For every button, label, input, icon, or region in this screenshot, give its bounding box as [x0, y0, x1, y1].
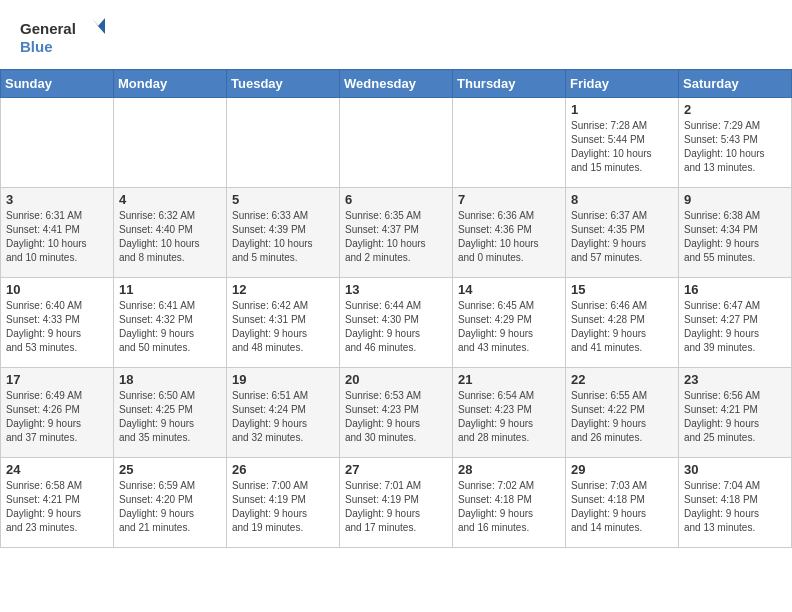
day-number: 25: [119, 462, 221, 477]
calendar-cell: 16Sunrise: 6:47 AM Sunset: 4:27 PM Dayli…: [679, 278, 792, 368]
day-number: 5: [232, 192, 334, 207]
day-info: Sunrise: 6:41 AM Sunset: 4:32 PM Dayligh…: [119, 299, 221, 355]
day-number: 28: [458, 462, 560, 477]
calendar-cell: 30Sunrise: 7:04 AM Sunset: 4:18 PM Dayli…: [679, 458, 792, 548]
calendar-cell: 20Sunrise: 6:53 AM Sunset: 4:23 PM Dayli…: [340, 368, 453, 458]
day-info: Sunrise: 6:31 AM Sunset: 4:41 PM Dayligh…: [6, 209, 108, 265]
calendar-cell: 14Sunrise: 6:45 AM Sunset: 4:29 PM Dayli…: [453, 278, 566, 368]
calendar-week-2: 3Sunrise: 6:31 AM Sunset: 4:41 PM Daylig…: [1, 188, 792, 278]
calendar-cell: 7Sunrise: 6:36 AM Sunset: 4:36 PM Daylig…: [453, 188, 566, 278]
day-number: 6: [345, 192, 447, 207]
day-number: 22: [571, 372, 673, 387]
calendar-cell: 24Sunrise: 6:58 AM Sunset: 4:21 PM Dayli…: [1, 458, 114, 548]
day-number: 9: [684, 192, 786, 207]
day-header-thursday: Thursday: [453, 70, 566, 98]
calendar-cell: 9Sunrise: 6:38 AM Sunset: 4:34 PM Daylig…: [679, 188, 792, 278]
calendar-cell: 29Sunrise: 7:03 AM Sunset: 4:18 PM Dayli…: [566, 458, 679, 548]
calendar-cell: 3Sunrise: 6:31 AM Sunset: 4:41 PM Daylig…: [1, 188, 114, 278]
calendar-week-5: 24Sunrise: 6:58 AM Sunset: 4:21 PM Dayli…: [1, 458, 792, 548]
calendar-cell: 15Sunrise: 6:46 AM Sunset: 4:28 PM Dayli…: [566, 278, 679, 368]
day-info: Sunrise: 6:58 AM Sunset: 4:21 PM Dayligh…: [6, 479, 108, 535]
day-info: Sunrise: 6:35 AM Sunset: 4:37 PM Dayligh…: [345, 209, 447, 265]
calendar-cell: [1, 98, 114, 188]
calendar-cell: 23Sunrise: 6:56 AM Sunset: 4:21 PM Dayli…: [679, 368, 792, 458]
day-number: 21: [458, 372, 560, 387]
calendar-cell: [227, 98, 340, 188]
day-number: 18: [119, 372, 221, 387]
calendar-cell: 25Sunrise: 6:59 AM Sunset: 4:20 PM Dayli…: [114, 458, 227, 548]
day-info: Sunrise: 6:38 AM Sunset: 4:34 PM Dayligh…: [684, 209, 786, 265]
svg-text:General: General: [20, 20, 76, 37]
svg-marker-3: [98, 18, 105, 34]
day-header-tuesday: Tuesday: [227, 70, 340, 98]
day-header-saturday: Saturday: [679, 70, 792, 98]
calendar-cell: [453, 98, 566, 188]
calendar-cell: 11Sunrise: 6:41 AM Sunset: 4:32 PM Dayli…: [114, 278, 227, 368]
day-info: Sunrise: 6:37 AM Sunset: 4:35 PM Dayligh…: [571, 209, 673, 265]
day-info: Sunrise: 7:03 AM Sunset: 4:18 PM Dayligh…: [571, 479, 673, 535]
day-header-friday: Friday: [566, 70, 679, 98]
day-info: Sunrise: 6:56 AM Sunset: 4:21 PM Dayligh…: [684, 389, 786, 445]
day-number: 10: [6, 282, 108, 297]
day-info: Sunrise: 6:33 AM Sunset: 4:39 PM Dayligh…: [232, 209, 334, 265]
day-number: 14: [458, 282, 560, 297]
day-info: Sunrise: 6:53 AM Sunset: 4:23 PM Dayligh…: [345, 389, 447, 445]
calendar-cell: 18Sunrise: 6:50 AM Sunset: 4:25 PM Dayli…: [114, 368, 227, 458]
day-header-wednesday: Wednesday: [340, 70, 453, 98]
calendar-cell: 10Sunrise: 6:40 AM Sunset: 4:33 PM Dayli…: [1, 278, 114, 368]
day-header-sunday: Sunday: [1, 70, 114, 98]
day-number: 24: [6, 462, 108, 477]
logo-svg: General Blue: [20, 16, 110, 61]
day-number: 11: [119, 282, 221, 297]
day-number: 27: [345, 462, 447, 477]
day-info: Sunrise: 6:32 AM Sunset: 4:40 PM Dayligh…: [119, 209, 221, 265]
calendar-cell: 6Sunrise: 6:35 AM Sunset: 4:37 PM Daylig…: [340, 188, 453, 278]
calendar-cell: [340, 98, 453, 188]
day-number: 3: [6, 192, 108, 207]
calendar-week-4: 17Sunrise: 6:49 AM Sunset: 4:26 PM Dayli…: [1, 368, 792, 458]
day-info: Sunrise: 7:01 AM Sunset: 4:19 PM Dayligh…: [345, 479, 447, 535]
day-number: 7: [458, 192, 560, 207]
calendar-cell: 19Sunrise: 6:51 AM Sunset: 4:24 PM Dayli…: [227, 368, 340, 458]
calendar-week-3: 10Sunrise: 6:40 AM Sunset: 4:33 PM Dayli…: [1, 278, 792, 368]
calendar-cell: 1Sunrise: 7:28 AM Sunset: 5:44 PM Daylig…: [566, 98, 679, 188]
day-number: 12: [232, 282, 334, 297]
day-info: Sunrise: 6:40 AM Sunset: 4:33 PM Dayligh…: [6, 299, 108, 355]
logo: General Blue: [20, 16, 110, 61]
calendar-cell: 27Sunrise: 7:01 AM Sunset: 4:19 PM Dayli…: [340, 458, 453, 548]
day-info: Sunrise: 7:00 AM Sunset: 4:19 PM Dayligh…: [232, 479, 334, 535]
day-info: Sunrise: 7:28 AM Sunset: 5:44 PM Dayligh…: [571, 119, 673, 175]
calendar-week-1: 1Sunrise: 7:28 AM Sunset: 5:44 PM Daylig…: [1, 98, 792, 188]
day-info: Sunrise: 6:44 AM Sunset: 4:30 PM Dayligh…: [345, 299, 447, 355]
day-info: Sunrise: 7:02 AM Sunset: 4:18 PM Dayligh…: [458, 479, 560, 535]
day-info: Sunrise: 6:59 AM Sunset: 4:20 PM Dayligh…: [119, 479, 221, 535]
day-number: 17: [6, 372, 108, 387]
calendar-cell: 21Sunrise: 6:54 AM Sunset: 4:23 PM Dayli…: [453, 368, 566, 458]
day-number: 15: [571, 282, 673, 297]
day-header-monday: Monday: [114, 70, 227, 98]
calendar-cell: 8Sunrise: 6:37 AM Sunset: 4:35 PM Daylig…: [566, 188, 679, 278]
day-number: 20: [345, 372, 447, 387]
day-info: Sunrise: 6:47 AM Sunset: 4:27 PM Dayligh…: [684, 299, 786, 355]
day-number: 2: [684, 102, 786, 117]
calendar-cell: 5Sunrise: 6:33 AM Sunset: 4:39 PM Daylig…: [227, 188, 340, 278]
day-number: 19: [232, 372, 334, 387]
day-info: Sunrise: 6:49 AM Sunset: 4:26 PM Dayligh…: [6, 389, 108, 445]
day-number: 8: [571, 192, 673, 207]
day-info: Sunrise: 6:55 AM Sunset: 4:22 PM Dayligh…: [571, 389, 673, 445]
day-info: Sunrise: 7:29 AM Sunset: 5:43 PM Dayligh…: [684, 119, 786, 175]
calendar: SundayMondayTuesdayWednesdayThursdayFrid…: [0, 69, 792, 548]
calendar-cell: 4Sunrise: 6:32 AM Sunset: 4:40 PM Daylig…: [114, 188, 227, 278]
day-number: 29: [571, 462, 673, 477]
day-info: Sunrise: 7:04 AM Sunset: 4:18 PM Dayligh…: [684, 479, 786, 535]
day-number: 16: [684, 282, 786, 297]
calendar-cell: [114, 98, 227, 188]
day-info: Sunrise: 6:45 AM Sunset: 4:29 PM Dayligh…: [458, 299, 560, 355]
calendar-cell: 13Sunrise: 6:44 AM Sunset: 4:30 PM Dayli…: [340, 278, 453, 368]
day-info: Sunrise: 6:36 AM Sunset: 4:36 PM Dayligh…: [458, 209, 560, 265]
day-info: Sunrise: 6:50 AM Sunset: 4:25 PM Dayligh…: [119, 389, 221, 445]
calendar-cell: 17Sunrise: 6:49 AM Sunset: 4:26 PM Dayli…: [1, 368, 114, 458]
day-info: Sunrise: 6:51 AM Sunset: 4:24 PM Dayligh…: [232, 389, 334, 445]
calendar-cell: 2Sunrise: 7:29 AM Sunset: 5:43 PM Daylig…: [679, 98, 792, 188]
header: General Blue: [0, 0, 792, 69]
